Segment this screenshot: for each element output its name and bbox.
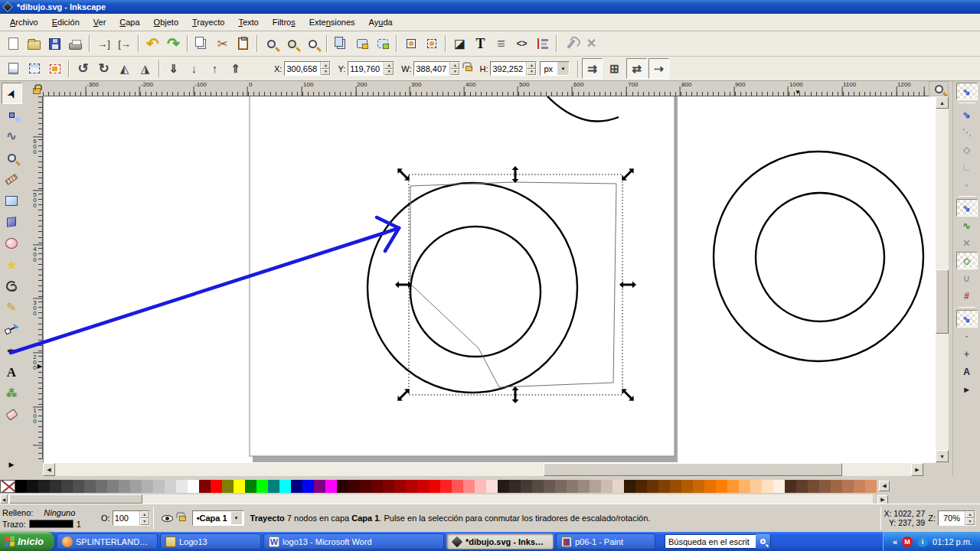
snap-others-toggle[interactable]: ⇘ — [956, 310, 978, 328]
rotate-ccw-button[interactable]: ↺ — [73, 58, 93, 79]
taskbar-splinterlands[interactable]: SPLINTERLANDS Art Con... — [57, 533, 158, 549]
palette-swatch[interactable] — [647, 480, 658, 493]
tool-spray[interactable]: ⁂ — [2, 383, 22, 404]
menu-edicion[interactable]: Edición — [45, 15, 87, 29]
palette-swatch[interactable] — [842, 480, 854, 493]
x-input[interactable] — [285, 62, 320, 75]
tool-ellipse[interactable] — [2, 233, 22, 254]
palette-swatch[interactable] — [555, 480, 567, 493]
tool-selector[interactable]: ➤ — [2, 83, 22, 104]
palette-swatch[interactable] — [279, 480, 291, 493]
ungroup-button[interactable] — [372, 34, 393, 54]
opacity-spin-up[interactable]: ▲ — [140, 511, 149, 518]
snap-text-toggle[interactable]: A — [956, 363, 978, 380]
search-icon[interactable] — [756, 534, 770, 549]
preferences-button[interactable] — [560, 34, 581, 54]
text-dialog-button[interactable]: T — [470, 34, 491, 54]
palette-swatch[interactable] — [371, 480, 383, 493]
scroll-left-button[interactable]: ◀ — [43, 463, 55, 476]
tool-calligraphy[interactable]: ✒ — [2, 340, 22, 361]
palette-swatch[interactable] — [383, 480, 394, 493]
scroll-right-button[interactable]: ▶ — [911, 463, 923, 476]
tool-tweak[interactable]: ∿ — [2, 126, 22, 147]
snap-smooth-nodes-toggle[interactable]: ∪ — [956, 269, 978, 287]
palette-swatch[interactable] — [750, 480, 762, 493]
palette-swatch[interactable] — [532, 480, 544, 493]
palette-swatch[interactable] — [176, 480, 188, 493]
layer-selector[interactable]: •Capa 1 ▼ — [192, 510, 244, 526]
palette-scrollbar-left-button[interactable]: ◀ — [0, 494, 8, 504]
menu-trayecto[interactable]: Trayecto — [185, 15, 231, 29]
tray-mcafee-icon[interactable]: M — [902, 536, 913, 547]
tool-spiral[interactable] — [2, 276, 22, 297]
palette-swatch[interactable] — [601, 480, 612, 493]
ruler-corner-lock[interactable] — [31, 81, 43, 96]
palette-swatch[interactable] — [773, 480, 785, 493]
tool-3dbox[interactable] — [2, 211, 22, 233]
palette-swatch[interactable] — [796, 480, 808, 493]
sticky-zoom-button[interactable] — [929, 81, 949, 96]
palette-swatch[interactable] — [27, 480, 38, 493]
flip-vertical-button[interactable]: ◮ — [135, 58, 155, 79]
fill-stroke-dialog-button[interactable]: ◪ — [449, 34, 470, 54]
undo-button[interactable]: ↶ — [142, 34, 163, 54]
menu-extensiones[interactable]: Extensiones — [302, 15, 362, 29]
palette-swatch[interactable] — [337, 480, 348, 493]
palette-swatch[interactable] — [107, 480, 119, 493]
palette-swatch[interactable] — [831, 480, 842, 493]
snap-intersections-toggle[interactable]: ✕ — [956, 234, 978, 252]
import-button[interactable]: →] — [93, 34, 114, 54]
palette-swatch[interactable] — [199, 480, 211, 493]
palette-swatch[interactable] — [486, 480, 498, 493]
palette-swatch[interactable] — [291, 480, 302, 493]
h-spin-down[interactable]: ▼ — [527, 69, 536, 76]
taskbar-word[interactable]: Wlogo13 - Microsoft Word — [263, 533, 444, 549]
palette-swatch[interactable] — [567, 480, 578, 493]
palette-swatch[interactable] — [417, 480, 429, 493]
opacity-spin-down[interactable]: ▼ — [140, 518, 149, 525]
palette-swatch[interactable] — [612, 480, 624, 493]
lower-button[interactable]: ↓ — [184, 58, 204, 79]
tray-chevron[interactable]: « — [893, 537, 897, 546]
palette-swatch[interactable] — [256, 480, 268, 493]
zoom-drawing-button[interactable] — [282, 34, 302, 54]
palette-swatch[interactable] — [348, 480, 360, 493]
align-dialog-button[interactable] — [532, 34, 553, 54]
layer-lock-toggle[interactable] — [179, 516, 186, 521]
horizontal-scroll-thumb[interactable] — [544, 463, 842, 476]
group-button[interactable] — [351, 34, 372, 54]
tools-button[interactable]: ✕ — [581, 34, 602, 54]
palette-swatch[interactable] — [142, 480, 153, 493]
new-document-button[interactable] — [3, 34, 24, 54]
height-input[interactable] — [491, 62, 526, 75]
y-spin-up[interactable]: ▲ — [384, 62, 394, 69]
snap-nodes-toggle[interactable]: ⇘ — [956, 199, 978, 217]
palette-swatch[interactable] — [440, 480, 452, 493]
y-spin-down[interactable]: ▼ — [384, 69, 394, 76]
snapbar-expander[interactable]: ▸ — [956, 380, 978, 398]
width-input[interactable] — [414, 62, 449, 75]
palette-swatch[interactable] — [452, 480, 463, 493]
palette-swatch[interactable] — [658, 480, 670, 493]
scale-corners-toggle[interactable]: ⊞ — [604, 58, 625, 79]
palette-swatch[interactable] — [73, 480, 84, 493]
palette-swatch[interactable] — [15, 480, 27, 493]
no-color-swatch[interactable] — [0, 480, 15, 493]
snap-enable-toggle[interactable]: ⇘ — [956, 83, 978, 100]
zoom-spin-down[interactable]: ▼ — [965, 518, 975, 525]
vertical-ruler[interactable]: 600500400300200100▶ — [31, 96, 43, 459]
palette-swatch[interactable] — [61, 480, 73, 493]
deselect-button[interactable] — [44, 58, 65, 79]
snap-bbox-corners-toggle[interactable]: ◇ — [956, 141, 978, 158]
palette-swatch[interactable] — [521, 480, 532, 493]
palette-swatch[interactable] — [854, 480, 865, 493]
palette-swatch[interactable] — [188, 480, 199, 493]
horizontal-scrollbar[interactable]: ◀ ▶ — [43, 463, 923, 476]
snap-bbox-centers-toggle[interactable]: ▫ — [956, 176, 978, 194]
menu-filtros[interactable]: Filtros — [266, 15, 302, 29]
snap-bbox-toggle[interactable]: ⇘ — [956, 106, 978, 123]
x-spin-down[interactable]: ▼ — [321, 69, 330, 76]
menu-capa[interactable]: Capa — [113, 15, 146, 29]
palette-swatch[interactable] — [544, 480, 555, 493]
tool-star[interactable]: ★ — [2, 254, 22, 276]
